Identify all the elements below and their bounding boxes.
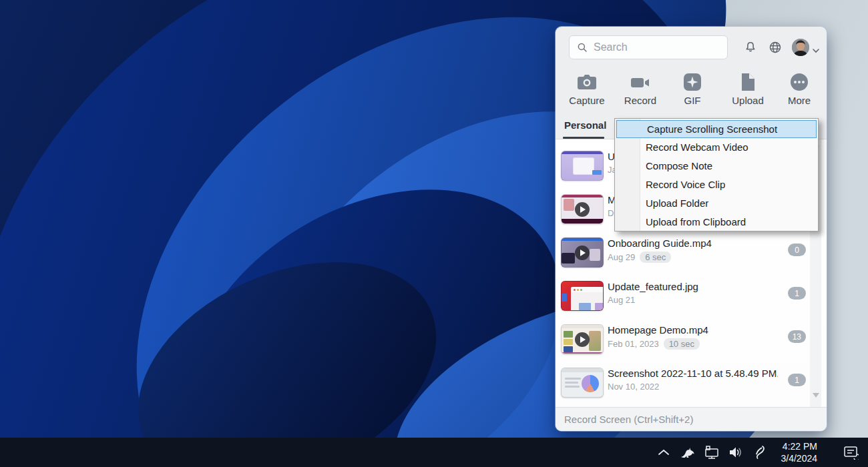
scroll-down-arrow-icon[interactable]: [813, 393, 819, 398]
menu-item-record-webcam-video[interactable]: Record Webcam Video: [616, 138, 817, 157]
capture-button[interactable]: Capture: [562, 71, 612, 106]
capture-label: Capture: [562, 95, 612, 106]
menu-item-record-voice-clip[interactable]: Record Voice Clip: [616, 175, 817, 194]
file-name-3: Onboarding Guide.mp4: [608, 238, 778, 249]
file-date-2: D: [608, 208, 614, 218]
tray-kangaroo-app-icon[interactable]: [680, 444, 696, 460]
file-name-6: Screenshot 2022-11-10 at 5.48.49 PM...: [608, 368, 778, 379]
search-input[interactable]: [594, 41, 714, 53]
file-date-6: Nov 10, 2022: [608, 382, 659, 392]
menu-item-upload-from-clipboard[interactable]: Upload from Clipboard: [616, 213, 817, 231]
account-chevron-down-icon[interactable]: [812, 45, 820, 51]
clock-date: 3/4/2024: [781, 452, 818, 464]
file-name-5: Homepage Demo.mp4: [608, 324, 778, 336]
file-date-4: Aug 21: [608, 295, 635, 305]
menu-item-upload-folder[interactable]: Upload Folder: [616, 194, 817, 213]
gif-label: GIF: [668, 95, 717, 106]
file-date-3: Aug 29: [608, 252, 635, 262]
globe-icon[interactable]: [767, 39, 783, 55]
ellipsis-circle-icon: [775, 71, 824, 92]
more-context-menu: Capture Scrolling Screenshot Record Webc…: [614, 118, 819, 231]
file-thumbnail-2: [561, 194, 604, 224]
menu-item-capture-scrolling-screenshot[interactable]: Capture Scrolling Screenshot: [616, 120, 817, 138]
tray-network-icon[interactable]: [704, 444, 720, 460]
file-duration-3: 6 sec: [640, 252, 671, 263]
upload-label: Upload: [723, 95, 773, 106]
video-camera-icon: [616, 71, 665, 92]
file-duration-5: 10 sec: [664, 338, 700, 350]
gif-sparkle-icon: [668, 71, 717, 92]
search-icon: [576, 41, 588, 53]
view-count-badge: 1: [788, 287, 806, 300]
file-thumbnail-1: [561, 151, 604, 181]
taskbar-clock[interactable]: 4:22 PM 3/4/2024: [781, 440, 818, 464]
file-row-4[interactable]: Update_featured.jpg Aug 21 1: [556, 281, 827, 324]
tray-volume-icon[interactable]: [728, 444, 744, 460]
view-count-badge: 1: [788, 374, 806, 386]
file-row-5[interactable]: Homepage Demo.mp4 Feb 01, 2023 10 sec 13: [556, 324, 827, 368]
footer-hint-text: Record Screen (Ctrl+Shift+2): [564, 414, 693, 425]
tab-personal[interactable]: Personal: [564, 119, 606, 131]
file-row-6[interactable]: Screenshot 2022-11-10 at 5.48.49 PM... N…: [556, 368, 827, 407]
gif-button[interactable]: GIF: [668, 71, 717, 106]
file-name-4: Update_featured.jpg: [608, 281, 778, 292]
record-label: Record: [616, 95, 665, 106]
notifications-bell-icon[interactable]: [742, 39, 758, 55]
file-thumbnail-3: [561, 238, 604, 268]
file-thumbnail-4: [561, 281, 604, 311]
view-count-badge: 0: [788, 244, 806, 256]
tray-pen-icon[interactable]: [752, 444, 768, 460]
play-overlay-icon: [575, 332, 590, 347]
play-overlay-icon: [575, 246, 590, 260]
more-button[interactable]: More: [775, 71, 824, 106]
upload-button[interactable]: Upload: [723, 71, 773, 106]
clock-time: 4:22 PM: [781, 440, 818, 452]
play-overlay-icon: [575, 202, 590, 217]
file-page-icon: [723, 71, 773, 92]
footer-hint-bar: Record Screen (Ctrl+Shift+2): [556, 407, 827, 431]
menu-item-compose-note[interactable]: Compose Note: [616, 157, 817, 175]
file-thumbnail-5: [561, 324, 604, 354]
action-toolbar: Capture Record GIF: [556, 71, 827, 115]
file-thumbnail-6: [561, 368, 604, 398]
tray-chevron-up-icon[interactable]: [656, 444, 672, 460]
record-button[interactable]: Record: [616, 71, 665, 106]
search-box[interactable]: [569, 35, 728, 59]
windows-taskbar: 4:22 PM 3/4/2024: [0, 438, 868, 467]
file-row-3[interactable]: Onboarding Guide.mp4 Aug 29 6 sec 0: [556, 238, 827, 281]
user-avatar[interactable]: [792, 39, 809, 56]
avatar-photo: [792, 39, 809, 56]
action-center-icon[interactable]: [843, 444, 859, 460]
system-tray: 4:22 PM 3/4/2024: [656, 440, 859, 464]
file-date-5: Feb 01, 2023: [608, 339, 659, 349]
view-count-badge: 13: [788, 330, 806, 343]
more-label: More: [775, 95, 824, 106]
camera-icon: [562, 71, 612, 92]
